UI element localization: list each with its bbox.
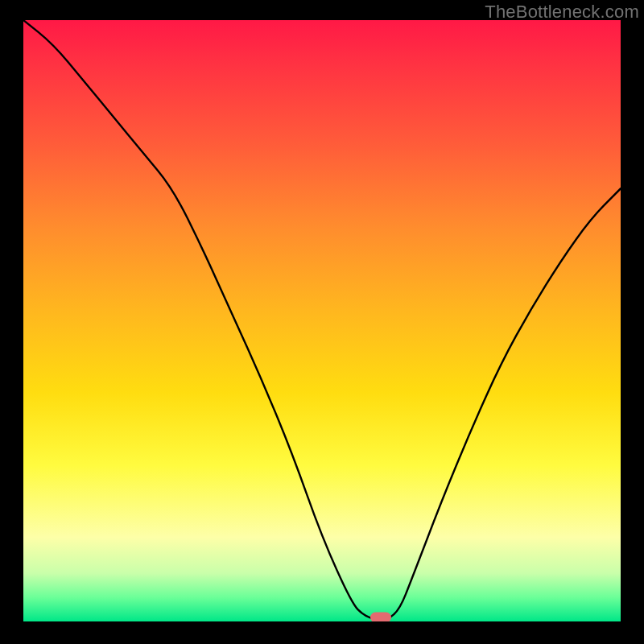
plot-area <box>23 20 621 621</box>
curve-path <box>23 20 621 620</box>
watermark-text: TheBottleneck.com <box>485 2 639 23</box>
bottleneck-curve <box>23 20 621 621</box>
optimal-point-marker <box>370 613 391 622</box>
chart-frame: TheBottleneck.com <box>0 0 644 644</box>
